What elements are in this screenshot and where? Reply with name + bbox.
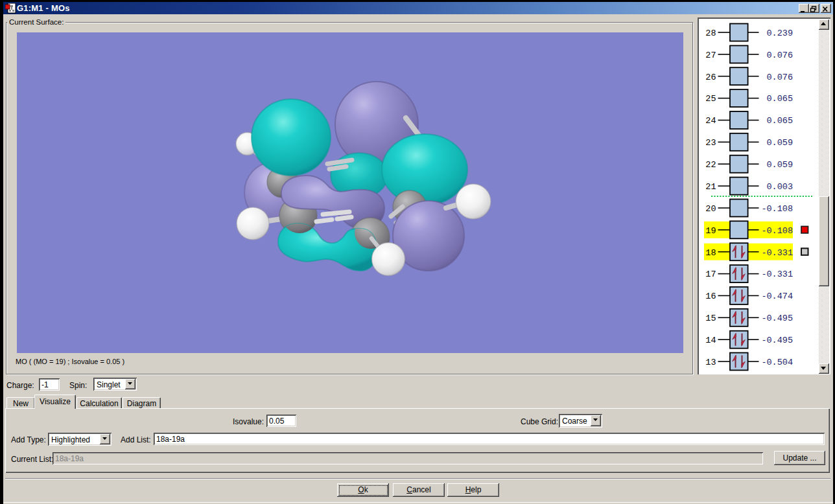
svg-text:-0.504: -0.504 <box>761 357 793 367</box>
svg-text:-0.495: -0.495 <box>761 336 793 345</box>
svg-text:-0.108: -0.108 <box>761 225 793 235</box>
svg-text:0.059: 0.059 <box>767 138 794 148</box>
svg-text:18: 18 <box>705 247 716 257</box>
svg-text:25: 25 <box>705 94 716 104</box>
svg-text:-0.331: -0.331 <box>761 269 793 279</box>
svg-text:0.239: 0.239 <box>767 28 794 38</box>
svg-text:-0.108: -0.108 <box>761 203 793 213</box>
svg-text:0.065: 0.065 <box>767 116 794 126</box>
svg-text:19: 19 <box>705 225 716 235</box>
svg-text:21: 21 <box>705 181 716 191</box>
svg-text:27: 27 <box>705 50 716 60</box>
svg-text:23: 23 <box>705 138 716 148</box>
svg-text:13: 13 <box>705 357 716 367</box>
svg-text:0.076: 0.076 <box>767 72 794 82</box>
svg-text:0.076: 0.076 <box>767 50 794 60</box>
svg-text:20: 20 <box>705 203 716 213</box>
svg-text:17: 17 <box>705 269 716 279</box>
svg-text:14: 14 <box>705 336 716 345</box>
svg-text:0.059: 0.059 <box>767 160 794 170</box>
svg-text:0.003: 0.003 <box>767 181 794 191</box>
svg-text:22: 22 <box>705 160 716 170</box>
svg-text:15: 15 <box>705 314 716 323</box>
svg-text:26: 26 <box>705 72 716 82</box>
svg-text:0.065: 0.065 <box>767 94 794 104</box>
svg-text:28: 28 <box>705 28 716 38</box>
svg-text:-0.495: -0.495 <box>761 314 793 323</box>
svg-text:16: 16 <box>705 292 716 301</box>
svg-text:-0.474: -0.474 <box>761 292 793 301</box>
svg-text:-0.331: -0.331 <box>761 247 793 257</box>
svg-text:24: 24 <box>705 116 716 126</box>
